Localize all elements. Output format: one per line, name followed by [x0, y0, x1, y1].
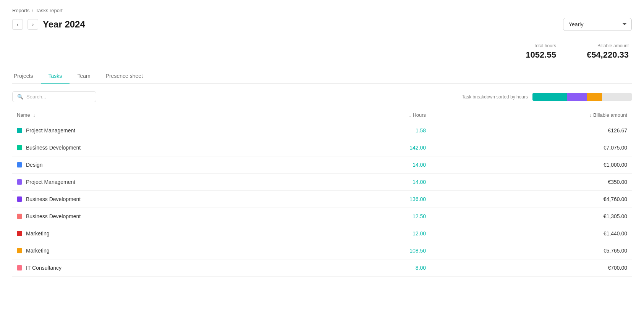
hours-link-5[interactable]: 12.50	[413, 213, 426, 219]
table-row: Design 14.00 €1,000.00	[12, 156, 632, 174]
total-hours-stat: Total hours 1052.55	[526, 43, 556, 60]
cell-hours-1: 142.00	[315, 139, 430, 156]
bar-seg-3	[587, 93, 602, 101]
cell-billable-5: €1,305.00	[430, 208, 632, 225]
cell-name-8: IT Consultancy	[12, 259, 315, 277]
table-row: Business Development 142.00 €7,075.00	[12, 139, 632, 156]
tabs: Projects Tasks Team Presence sheet	[12, 69, 632, 84]
bar-seg-2	[567, 93, 587, 101]
header-left: ‹ › Year 2024	[12, 19, 85, 30]
cell-billable-0: €126.67	[430, 122, 632, 139]
total-hours-label: Total hours	[526, 43, 556, 48]
col-hours[interactable]: ↓ Hours	[315, 108, 430, 122]
breadcrumb-current: Tasks report	[36, 8, 63, 13]
table-header-row: Name ↓ ↓ Hours ↓ Billable amount	[12, 108, 632, 122]
hours-link-8[interactable]: 8.00	[416, 265, 426, 271]
table-row: Business Development 12.50 €1,305.00	[12, 208, 632, 225]
task-name-1: Business Development	[26, 145, 81, 151]
billable-value: €54,220.33	[587, 50, 629, 60]
breakdown-label: Task breakdown sorted by hours	[462, 94, 528, 100]
breadcrumb-separator: /	[32, 8, 34, 13]
hours-link-1[interactable]: 142.00	[409, 145, 426, 151]
color-dot-6	[17, 231, 22, 236]
task-name-6: Marketing	[26, 230, 49, 237]
table-row: IT Consultancy 8.00 €700.00	[12, 259, 632, 277]
hours-link-0[interactable]: 1.58	[416, 127, 426, 134]
cell-name-0: Project Management	[12, 122, 315, 139]
page-title: Year 2024	[43, 19, 85, 30]
cell-billable-4: €4,760.00	[430, 191, 632, 208]
cell-hours-2: 14.00	[315, 156, 430, 174]
task-name-5: Business Development	[26, 213, 81, 219]
tab-presence[interactable]: Presence sheet	[98, 69, 150, 84]
cell-hours-7: 108.50	[315, 242, 430, 259]
hours-link-2[interactable]: 14.00	[413, 162, 426, 168]
color-dot-3	[17, 179, 22, 185]
search-input[interactable]	[26, 94, 91, 100]
prev-button[interactable]: ‹	[12, 19, 23, 30]
task-name-4: Business Development	[26, 196, 81, 202]
hours-link-3[interactable]: 14.00	[413, 179, 426, 185]
color-dot-5	[17, 214, 22, 219]
period-selector-wrapper: Yearly Monthly Weekly Daily	[563, 18, 632, 31]
stats-row: Total hours 1052.55 Billable amount €54,…	[12, 43, 632, 60]
hours-link-4[interactable]: 136.00	[409, 196, 426, 202]
search-icon: 🔍	[17, 94, 23, 100]
cell-name-7: Marketing	[12, 242, 315, 259]
cell-hours-5: 12.50	[315, 208, 430, 225]
cell-billable-2: €1,000.00	[430, 156, 632, 174]
color-dot-1	[17, 145, 22, 150]
color-dot-2	[17, 162, 22, 167]
col-billable[interactable]: ↓ Billable amount	[430, 108, 632, 122]
period-select[interactable]: Yearly Monthly Weekly Daily	[563, 18, 632, 31]
search-box: 🔍	[12, 91, 96, 102]
color-dot-8	[17, 265, 22, 270]
hours-sort-icon: ↓	[409, 112, 411, 118]
billable-label: Billable amount	[587, 43, 629, 48]
bar-seg-4	[602, 93, 632, 101]
task-name-3: Project Management	[26, 179, 75, 185]
task-name-7: Marketing	[26, 248, 49, 254]
breadcrumb: Reports / Tasks report	[12, 8, 632, 13]
color-dot-7	[17, 248, 22, 253]
cell-billable-7: €5,765.00	[430, 242, 632, 259]
data-table: Name ↓ ↓ Hours ↓ Billable amount Project…	[12, 108, 632, 277]
bar-seg-1	[532, 93, 567, 101]
toolbar: 🔍 Task breakdown sorted by hours	[12, 91, 632, 102]
cell-name-6: Marketing	[12, 225, 315, 242]
hours-link-6[interactable]: 12.00	[413, 230, 426, 237]
hours-link-7[interactable]: 108.50	[409, 248, 426, 254]
cell-name-1: Business Development	[12, 139, 315, 156]
cell-name-5: Business Development	[12, 208, 315, 225]
cell-name-3: Project Management	[12, 174, 315, 191]
header-row: ‹ › Year 2024 Yearly Monthly Weekly Dail…	[12, 18, 632, 31]
cell-hours-6: 12.00	[315, 225, 430, 242]
name-sort-icon: ↓	[33, 112, 36, 118]
billable-amount-stat: Billable amount €54,220.33	[587, 43, 629, 60]
breakdown-area: Task breakdown sorted by hours	[462, 93, 632, 101]
cell-billable-3: €350.00	[430, 174, 632, 191]
tab-tasks[interactable]: Tasks	[41, 69, 70, 84]
cell-name-2: Design	[12, 156, 315, 174]
next-button[interactable]: ›	[28, 19, 38, 30]
total-hours-value: 1052.55	[526, 50, 556, 60]
table-row: Project Management 14.00 €350.00	[12, 174, 632, 191]
cell-hours-4: 136.00	[315, 191, 430, 208]
table-row: Business Development 136.00 €4,760.00	[12, 191, 632, 208]
breadcrumb-reports[interactable]: Reports	[12, 8, 30, 13]
task-name-2: Design	[26, 162, 43, 168]
color-dot-0	[17, 128, 22, 133]
breakdown-bar	[532, 93, 632, 101]
cell-billable-6: €1,440.00	[430, 225, 632, 242]
table-row: Marketing 12.00 €1,440.00	[12, 225, 632, 242]
table-row: Project Management 1.58 €126.67	[12, 122, 632, 139]
cell-billable-8: €700.00	[430, 259, 632, 277]
tab-team[interactable]: Team	[70, 69, 98, 84]
task-name-0: Project Management	[26, 127, 75, 134]
color-dot-4	[17, 196, 22, 202]
cell-hours-8: 8.00	[315, 259, 430, 277]
tab-projects[interactable]: Projects	[12, 69, 41, 84]
cell-hours-3: 14.00	[315, 174, 430, 191]
col-name[interactable]: Name ↓	[12, 108, 315, 122]
cell-name-4: Business Development	[12, 191, 315, 208]
